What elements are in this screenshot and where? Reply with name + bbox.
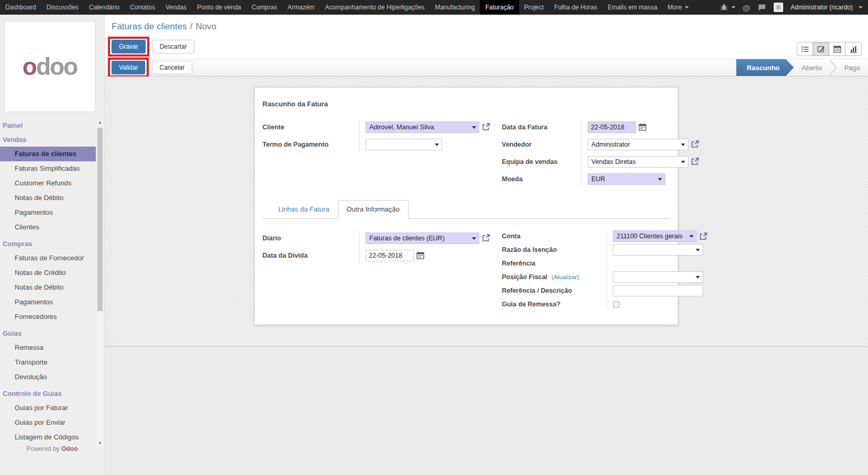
nav-item-discussoes[interactable]: Discussões	[41, 0, 84, 15]
nav-item-more-label: More	[668, 4, 682, 11]
razao-isencao-select[interactable]	[613, 244, 703, 256]
sidebar-item-pagamentos-compras[interactable]: Pagamentos	[0, 295, 96, 310]
nav-item-armazem[interactable]: Armazém	[282, 0, 320, 15]
sidebar-section-compras[interactable]: Compras	[0, 237, 96, 251]
termo-pagamento-select[interactable]	[366, 139, 442, 150]
sidebar-item-customer-refunds[interactable]: Customer Refunds	[0, 176, 96, 191]
powered-by-odoo[interactable]: Powered by Odoo	[0, 445, 104, 452]
at-mentions-icon[interactable]: @	[743, 4, 751, 12]
external-link-icon[interactable]	[691, 158, 699, 165]
field-row-posicao-fiscal: Posição Fiscal(Atualizar)	[502, 270, 707, 284]
nav-item-calendario[interactable]: Calendário	[84, 0, 125, 15]
calendar-view-button[interactable]	[829, 42, 845, 56]
list-icon	[801, 46, 809, 53]
data-fatura-input[interactable]	[588, 121, 636, 133]
validate-button[interactable]: Validar	[112, 61, 145, 74]
sidebar-item-transporte[interactable]: Transporte	[0, 355, 96, 370]
list-view-button[interactable]	[797, 42, 813, 56]
cliente-select[interactable]: Adirovel, Manuel Silva	[366, 121, 479, 133]
nav-item-folha-de-horas[interactable]: Folha de Horas	[549, 0, 602, 15]
external-link-icon[interactable]	[691, 140, 699, 148]
calendar-icon[interactable]	[416, 251, 424, 259]
graph-view-button[interactable]	[845, 42, 862, 56]
sidebar-item-faturas-de-clientes[interactable]: Faturas de clientes	[0, 147, 96, 161]
sheet-bottom-divider	[262, 324, 670, 324]
debug-icon[interactable]	[720, 4, 735, 11]
form-tabs: Linhas da Fatura Outra Informação	[262, 200, 670, 219]
equipa-vendas-label: Equipa de vendas	[502, 158, 581, 165]
sidebar-item-notas-de-credito[interactable]: Notas de Crédito	[0, 266, 96, 280]
chat-icon[interactable]	[757, 4, 766, 11]
atualizar-link[interactable]: (Atualizar)	[552, 274, 579, 280]
sidebar-item-remessa[interactable]: Remessa	[0, 340, 96, 355]
sidebar-item-faturas-de-fornecedor[interactable]: Faturas de Fornecedor	[0, 251, 96, 266]
nav-item-ponto-de-venda[interactable]: Ponto de venda	[192, 0, 246, 15]
avatar[interactable]	[774, 3, 783, 12]
form-lower-group: Diário Faturas de clientes (EUR) Data da…	[262, 229, 670, 311]
save-button[interactable]: Gravar	[112, 40, 146, 53]
status-steps: Rascunho Aberto Pago	[736, 59, 868, 76]
nav-item-manufacturing[interactable]: Manufacturing	[430, 0, 480, 15]
tab-outra-informacao[interactable]: Outra Informação	[338, 200, 409, 219]
sidebar-item-fornecedores[interactable]: Fornecedores	[0, 310, 96, 324]
nav-item-project[interactable]: Project	[519, 0, 549, 15]
nav-item-acompanhamento[interactable]: Acompanhamento de Hiperligações	[320, 0, 430, 15]
conta-select[interactable]: 211100 Clientes gerais	[613, 230, 697, 242]
sidebar-section-controlo-de-guias[interactable]: Controlo de Guias	[0, 386, 96, 401]
form-view-button[interactable]	[813, 42, 829, 56]
sidebar-item-clientes[interactable]: Clientes	[0, 220, 96, 235]
termo-pagamento-label: Termo de Pagamento	[262, 141, 359, 148]
cancel-button[interactable]: Cancelar	[152, 61, 192, 74]
equipa-vendas-select[interactable]: Vendas Diretas	[588, 156, 688, 168]
referencia-descricao-input[interactable]	[613, 285, 703, 296]
field-row-data-fatura: Data da Fatura	[502, 118, 699, 136]
sidebar-item-faturas-simplificadas[interactable]: Faturas Simplificadas	[0, 161, 96, 176]
nav-item-faturacao[interactable]: Faturação	[480, 0, 519, 15]
calendar-icon[interactable]	[639, 123, 646, 131]
sidebar-menu: Painel Vendas Faturas de clientes Fatura…	[0, 118, 96, 446]
sidebar-item-notas-de-debito-vendas[interactable]: Notas de Débito	[0, 191, 96, 205]
nav-item-contatos[interactable]: Contatos	[125, 0, 160, 15]
status-step-pago[interactable]: Pago	[837, 59, 868, 76]
nav-item-emails-em-massa[interactable]: Emails em massa	[602, 0, 663, 15]
sidebar-item-guias-por-enviar[interactable]: Guias por Enviar	[0, 415, 96, 430]
annotation-box-save: Gravar	[108, 37, 149, 57]
guia-remessa-checkbox[interactable]	[613, 301, 620, 308]
scrollbar-thumb[interactable]	[97, 128, 103, 311]
status-step-aberto[interactable]: Aberto	[794, 59, 829, 76]
sidebar-section-guias[interactable]: Guias	[0, 326, 96, 340]
external-link-icon[interactable]	[482, 123, 490, 131]
field-row-referencia: Referência	[502, 257, 707, 270]
external-link-icon[interactable]	[482, 234, 490, 242]
status-chevron-icon	[830, 59, 837, 76]
nav-item-vendas[interactable]: Vendas	[160, 0, 192, 15]
nav-item-dashboard[interactable]: Dashboard	[0, 0, 41, 15]
bar-chart-icon	[850, 46, 858, 53]
top-navbar: Dashboard Discussões Calendário Contatos…	[0, 0, 868, 15]
sidebar-item-devolucao[interactable]: Devolução	[0, 370, 96, 384]
user-menu[interactable]: Administrator (ricardo)	[790, 4, 863, 11]
sidebar-item-guias-por-faturar[interactable]: Guias por Faturar	[0, 401, 96, 415]
posicao-fiscal-select[interactable]	[613, 271, 703, 283]
breadcrumb-parent-link[interactable]: Faturas de clientes	[112, 21, 187, 31]
vendedor-select[interactable]: Administrator	[588, 139, 688, 150]
sidebar-item-listagem-de-codigos[interactable]: Listagem de Códigos	[0, 430, 96, 445]
odoo-logo: odoo	[4, 21, 95, 112]
form-upper-left-column: Cliente Adirovel, Manuel Silva Termo de …	[262, 118, 475, 153]
form-edit-icon	[817, 45, 825, 53]
nav-item-compras[interactable]: Compras	[246, 0, 282, 15]
diario-select[interactable]: Faturas de clientes (EUR)	[366, 233, 479, 244]
scrollbar-up-arrow-icon[interactable]: ▲	[97, 119, 103, 126]
tab-linhas-da-fatura[interactable]: Linhas da Fatura	[270, 201, 338, 218]
sidebar-item-notas-de-debito-compras[interactable]: Notas de Débito	[0, 280, 96, 295]
data-divida-input[interactable]	[366, 250, 414, 261]
nav-item-more[interactable]: More	[663, 0, 694, 15]
sidebar-section-vendas[interactable]: Vendas	[0, 132, 96, 147]
sidebar-section-painel[interactable]: Painel	[0, 118, 96, 132]
status-step-rascunho[interactable]: Rascunho	[736, 59, 794, 76]
sidebar-item-pagamentos-vendas[interactable]: Pagamentos	[0, 205, 96, 220]
sidebar-scrollbar[interactable]: ▲ ▼	[97, 119, 103, 447]
discard-button[interactable]: Descartar	[152, 40, 194, 53]
external-link-icon[interactable]	[699, 233, 707, 240]
moeda-select[interactable]: EUR	[588, 173, 665, 185]
